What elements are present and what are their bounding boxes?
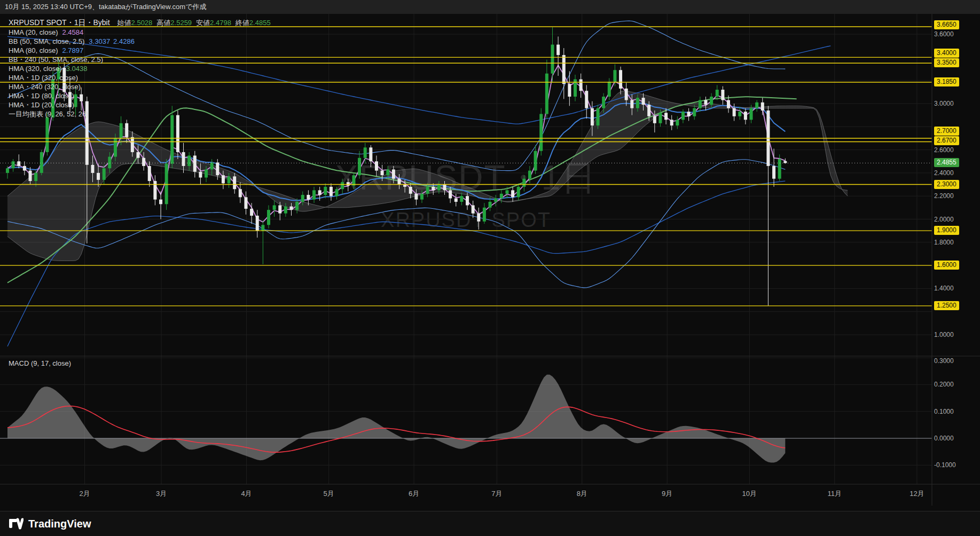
close-label: 終値 [236, 19, 249, 27]
time-axis-month-label: 2月 [72, 489, 98, 499]
candle [170, 115, 174, 164]
open-value: 2.5028 [131, 19, 153, 27]
time-axis-month-label: 10月 [736, 489, 762, 499]
candle [103, 168, 106, 180]
candle [40, 152, 43, 173]
macd-indicator-title[interactable]: MACD (9, 17, close) [9, 359, 71, 367]
candle [108, 157, 111, 169]
candle [193, 155, 197, 171]
time-axis[interactable]: 2月3月4月5月6月7月8月9月10月11月12月 [0, 484, 932, 506]
price-axis-label: 2.6000 [934, 146, 954, 155]
candle [256, 216, 259, 231]
candle [727, 100, 730, 108]
candle [290, 207, 293, 210]
candle [182, 152, 185, 166]
candle [216, 162, 219, 175]
candle [778, 159, 781, 179]
candle [562, 55, 566, 84]
price-axis-label: 1.4000 [934, 284, 954, 293]
tradingview-brand-text: TradingView [28, 518, 91, 530]
symbol-title[interactable]: XRPUSDT SPOT・1日・Bybit [9, 18, 110, 27]
candle [704, 100, 707, 105]
candle [585, 91, 588, 108]
candle [636, 98, 639, 108]
candle [687, 112, 691, 116]
candle [579, 80, 583, 91]
candle [755, 103, 758, 108]
candle [613, 70, 616, 82]
time-axis-month-label: 5月 [316, 489, 342, 499]
price-level-label: 1.6000 [934, 261, 959, 270]
price-axis-label: 3.6000 [934, 30, 954, 39]
price-level-label: 2.7000 [934, 127, 959, 136]
candle [176, 115, 179, 152]
price-level-label: 3.6650 [934, 20, 959, 29]
price-level-label: 2.3000 [934, 180, 959, 189]
candle [347, 182, 350, 185]
price-level-label: 3.4000 [934, 49, 959, 58]
legend-row[interactable]: BB・240 (50, SMA, close, 2.5) [9, 55, 271, 64]
candle [460, 196, 463, 202]
legend-row[interactable]: HMA・1D (80, close) [9, 91, 271, 100]
candle [591, 108, 594, 125]
candle [120, 123, 123, 138]
candle [625, 89, 628, 100]
time-axis-month-label: 9月 [654, 489, 680, 499]
legend-row[interactable]: HMA・1D (320, close) [9, 73, 271, 82]
candle [568, 84, 571, 97]
legend-row-label: HMA・1D (80, close) [9, 92, 74, 100]
legend-row[interactable]: HMA (80, close)2.7897 [9, 46, 271, 55]
candle [17, 161, 20, 166]
candle [511, 190, 514, 197]
candle [738, 112, 741, 116]
candle [409, 187, 412, 194]
candle [148, 166, 151, 181]
legend-row[interactable]: 一目均衡表 (9, 26, 52, 26) [9, 109, 271, 119]
candle [318, 190, 322, 195]
candle [358, 158, 361, 175]
legend-row[interactable]: HMA・240 (320, close) [9, 82, 271, 91]
candle [142, 158, 145, 166]
candle [273, 206, 276, 210]
high-value: 2.5259 [170, 19, 192, 27]
candle [414, 194, 418, 200]
legend-row[interactable]: BB (50, SMA, close, 2.5)3.30372.4286 [9, 37, 271, 46]
candle [772, 166, 775, 179]
legend-row[interactable]: HMA (320, close)3.0438 [9, 64, 271, 73]
candle [199, 172, 202, 178]
candle [136, 152, 139, 158]
candle [91, 165, 94, 173]
legend-row[interactable]: HMA (20, close)2.4584 [9, 28, 271, 37]
indicator-legend-rows: HMA (20, close)2.4584BB (50, SMA, close,… [9, 28, 271, 119]
candle [483, 208, 486, 222]
candle [477, 214, 480, 222]
legend-row[interactable]: HMA・1D (20, close) [9, 100, 271, 109]
capture-info-bar: 10月 15, 2025 13:40 UTC+9、takatabaがTradin… [0, 0, 980, 14]
candle [653, 116, 656, 123]
legend-row-value: 3.0438 [66, 65, 88, 73]
capture-info-text: 10月 15, 2025 13:40 UTC+9、takatabaがTradin… [5, 3, 206, 11]
symbol-header[interactable]: XRPUSDT SPOT・1日・Bybit始値2.5028高値2.5259安値2… [9, 18, 271, 28]
bb240-lower-line [7, 181, 785, 346]
candle [369, 147, 372, 161]
price-axis[interactable]: 3.66503.60003.40003.35003.18503.00002.70… [932, 0, 980, 511]
candle [681, 112, 685, 120]
open-label: 始値 [117, 19, 131, 27]
candle [733, 108, 736, 116]
tradingview-logo[interactable]: TradingView [9, 517, 91, 530]
candle [341, 182, 344, 189]
candle [45, 117, 49, 152]
legend-row-value: 2.4286 [113, 37, 135, 45]
ohlc-values: 始値2.5028高値2.5259安値2.4798終値2.4855 [113, 18, 271, 27]
candle [131, 137, 134, 152]
candle [472, 206, 475, 214]
price-axis-label: 2.0000 [934, 215, 954, 224]
candle [449, 190, 452, 198]
macd-axis-label: 0.2000 [934, 380, 954, 389]
candle [250, 209, 253, 216]
candle [386, 169, 389, 175]
candle [619, 70, 622, 89]
low-value: 2.4798 [210, 19, 231, 27]
candle [517, 187, 520, 197]
legend-row-label: HMA・1D (320, close) [9, 74, 78, 82]
